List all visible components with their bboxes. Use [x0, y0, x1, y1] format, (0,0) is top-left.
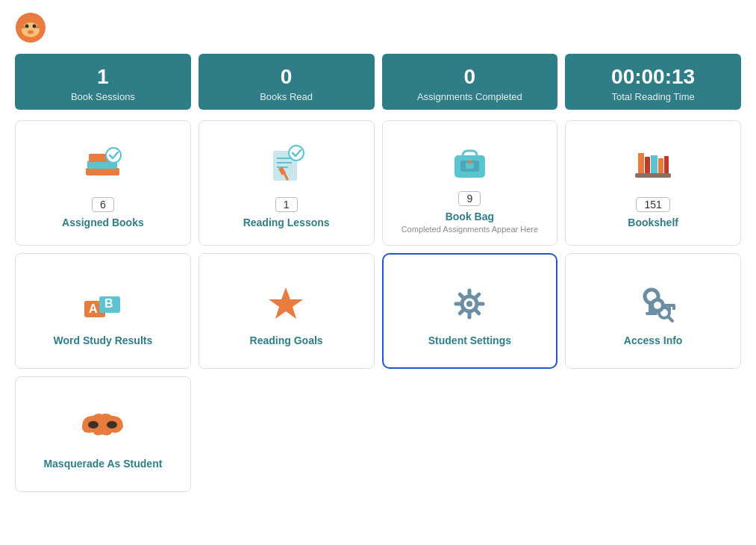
card-title-masquerade-as-student: Masquerade As Student: [43, 458, 162, 470]
svg-rect-27: [658, 158, 663, 173]
card-word-study-results[interactable]: A B Word Study Results: [15, 253, 191, 369]
svg-rect-22: [468, 161, 472, 164]
svg-point-54: [88, 421, 99, 429]
card-subtitle-book-bag: Completed Assignments Appear Here: [402, 224, 538, 234]
stat-label: Assignments Completed: [390, 91, 551, 102]
card-student-settings[interactable]: Student Settings: [382, 253, 558, 369]
svg-rect-53: [668, 307, 671, 311]
logo-icon: [15, 12, 46, 43]
card-title-reading-lessons: Reading Lessons: [243, 217, 330, 228]
svg-point-1: [22, 22, 40, 37]
stat-card-0: 1 Book Sessions: [15, 54, 191, 110]
stat-label: Books Read: [206, 91, 367, 102]
stat-number: 0: [206, 64, 367, 90]
card-masquerade-as-student[interactable]: Masquerade As Student: [15, 376, 191, 492]
svg-point-4: [25, 25, 29, 28]
card-title-reading-goals: Reading Goals: [250, 334, 323, 346]
svg-rect-24: [638, 153, 644, 173]
card-title-assigned-books: Assigned Books: [62, 217, 144, 228]
svg-point-10: [106, 148, 121, 163]
svg-line-39: [460, 311, 463, 314]
card-title-book-bag: Book Bag: [446, 211, 494, 222]
card-reading-lessons[interactable]: 1 Reading Lessons: [199, 120, 375, 246]
card-badge-book-bag: 9: [458, 191, 481, 206]
svg-marker-33: [269, 287, 303, 319]
svg-line-37: [476, 311, 479, 314]
svg-line-48: [668, 317, 672, 321]
svg-rect-7: [86, 168, 119, 175]
stat-number: 0: [390, 64, 551, 90]
svg-point-55: [107, 421, 117, 429]
svg-point-6: [28, 31, 34, 34]
card-icon-masquerade-as-student: [77, 401, 129, 453]
card-title-student-settings: Student Settings: [428, 334, 511, 346]
card-title-bookshelf: Bookshelf: [628, 217, 678, 228]
card-book-bag[interactable]: 9 Book Bag Completed Assignments Appear …: [382, 120, 558, 246]
stat-card-3: 00:00:13 Total Reading Time: [565, 54, 741, 110]
svg-point-5: [33, 25, 37, 28]
page-wrapper: 1 Book Sessions 0 Books Read 0 Assignmen…: [0, 0, 756, 545]
card-reading-goals[interactable]: Reading Goals: [199, 253, 375, 369]
card-bookshelf[interactable]: 151 Bookshelf: [565, 120, 741, 246]
card-title-access-info: Access Info: [624, 334, 683, 346]
card-badge-assigned-books: 6: [92, 197, 114, 212]
card-icon-book-bag: [443, 134, 496, 187]
card-icon-bookshelf: [627, 140, 679, 193]
cards-grid: 6 Assigned Books 1 Reading Lessons: [15, 120, 741, 492]
card-title-word-study-results: Word Study Results: [53, 334, 152, 346]
card-icon-reading-goals: [260, 278, 313, 330]
svg-rect-25: [645, 157, 650, 173]
stat-card-1: 0 Books Read: [199, 54, 375, 110]
svg-point-35: [466, 301, 472, 307]
svg-rect-28: [664, 156, 669, 173]
svg-line-41: [460, 294, 463, 297]
stats-row: 1 Book Sessions 0 Books Read 0 Assignmen…: [15, 54, 741, 110]
svg-rect-26: [651, 155, 657, 173]
card-icon-word-study-results: A B: [77, 278, 129, 330]
svg-rect-21: [466, 163, 474, 169]
card-access-info[interactable]: Access Info: [565, 253, 741, 369]
card-icon-student-settings: [443, 278, 496, 330]
card-badge-reading-lessons: 1: [275, 197, 298, 212]
svg-line-43: [476, 294, 479, 297]
stat-label: Book Sessions: [22, 91, 184, 102]
stat-label: Total Reading Time: [572, 91, 734, 102]
card-assigned-books[interactable]: 6 Assigned Books: [15, 120, 191, 246]
stat-number: 1: [22, 64, 184, 90]
card-icon-access-info: [627, 278, 679, 330]
svg-rect-23: [635, 173, 671, 178]
card-icon-reading-lessons: [260, 140, 313, 193]
svg-point-50: [654, 302, 661, 309]
header: [15, 12, 741, 43]
card-badge-bookshelf: 151: [636, 197, 669, 212]
svg-rect-52: [672, 305, 675, 310]
svg-text:B: B: [104, 297, 113, 310]
card-icon-assigned-books: [77, 140, 129, 193]
svg-text:A: A: [89, 302, 98, 315]
stat-card-2: 0 Assignments Completed: [382, 54, 558, 110]
stat-number: 00:00:13: [572, 64, 734, 90]
svg-point-17: [289, 146, 304, 161]
